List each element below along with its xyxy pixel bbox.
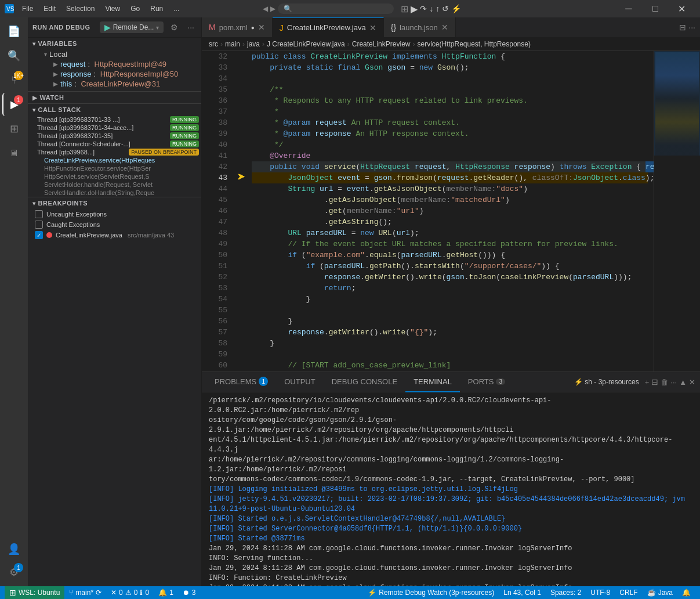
tab-close-icon[interactable]: ✕ — [369, 23, 376, 33]
thread-3[interactable]: Thread [qtp399683701-35] RUNNING — [28, 132, 201, 140]
debug-step-into[interactable]: ↓ — [429, 4, 433, 13]
split-terminal-icon[interactable]: ⊟ — [651, 377, 658, 387]
tab-terminal[interactable]: TERMINAL — [405, 372, 460, 392]
tab-ports[interactable]: PORTS 3 — [460, 372, 513, 392]
notification-status[interactable]: 🔔 1 — [154, 586, 178, 599]
caught-exceptions-item[interactable]: Caught Exceptions — [28, 219, 201, 230]
settings-icon[interactable]: ⚙ 1 — [2, 561, 26, 584]
remote-status[interactable]: ⊞ WSL: Ubuntu — [5, 586, 64, 599]
breakpoints-status[interactable]: ⏺ 3 — [178, 586, 201, 599]
language-status[interactable]: ☕ Java — [643, 586, 677, 599]
menu-more[interactable]: ... — [169, 3, 184, 14]
menu-file[interactable]: File — [17, 3, 38, 14]
var-response[interactable]: ▶ response : HttpResponseImpl@50 — [28, 69, 201, 79]
run-config-selector[interactable]: ▶ Remote De... ▾ — [100, 21, 164, 33]
thread-paused[interactable]: Thread [qtp39968...] PAUSED ON BREAKPOIN… — [28, 148, 201, 156]
explorer-icon[interactable]: 📄 — [2, 20, 26, 43]
line-ending-status[interactable]: CRLF — [615, 586, 642, 599]
feedback-status[interactable]: 🔔 — [677, 586, 695, 599]
menu-go[interactable]: Go — [126, 3, 144, 14]
uncaught-exceptions-item[interactable]: Uncaught Exceptions — [28, 209, 201, 219]
more-actions-icon[interactable]: ··· — [688, 23, 695, 32]
tab-problems[interactable]: PROBLEMS 1 — [206, 372, 276, 392]
tab-debug-console[interactable]: DEBUG CONSOLE — [324, 372, 405, 392]
arrow-icon: ▶ — [53, 61, 58, 67]
menu-edit[interactable]: Edit — [39, 3, 60, 14]
local-group[interactable]: ▾ Local — [28, 49, 201, 59]
bc-src[interactable]: src — [209, 40, 218, 48]
tab-launch[interactable]: {} launch.json ✕ — [384, 17, 456, 38]
code-lines[interactable]: public class CreateLinkPreview implement… — [246, 51, 654, 371]
branch-status[interactable]: ⑂ main* ⟳ — [64, 586, 106, 599]
bc-file[interactable]: J CreateLinkPreview.java — [267, 40, 345, 48]
menu-run[interactable]: Run — [146, 3, 168, 14]
encoding-status[interactable]: UTF-8 — [586, 586, 615, 599]
bc-main[interactable]: main — [225, 40, 240, 48]
gutter-53 — [237, 283, 246, 294]
menu-selection[interactable]: Selection — [61, 3, 99, 14]
frame-3[interactable]: HttpServlet.service(ServletRequest,S — [28, 172, 201, 181]
tab-output[interactable]: OUTPUT — [276, 372, 323, 392]
minimize-button[interactable]: ─ — [615, 0, 642, 17]
search-icon[interactable]: 🔍 — [2, 44, 26, 67]
debug-step-out[interactable]: ↑ — [436, 4, 440, 13]
file-breakpoint-item[interactable]: ✓ CreateLinkPreview.java src/main/java 4… — [28, 230, 201, 240]
add-terminal-icon[interactable]: + — [645, 378, 650, 387]
terminal-content[interactable]: /pierrick/.m2/repository/io/cloudevents/… — [202, 392, 700, 586]
gutter-36 — [237, 95, 246, 106]
tab-close-icon[interactable]: ✕ — [258, 23, 265, 32]
code-editor[interactable]: 32 33 34 35 36 37 38 39 40 41 42 43 44 4… — [202, 51, 654, 371]
debug-restart[interactable]: ↺ — [442, 4, 449, 13]
frame-5[interactable]: ServletHandler.doHandle(String,Reque — [28, 189, 201, 197]
errors-status[interactable]: ✕ 0 ⚠ 0 ℹ 0 — [106, 586, 154, 599]
position-status[interactable]: Ln 43, Col 1 — [499, 586, 546, 599]
close-button[interactable]: ✕ — [669, 0, 695, 17]
close-panel-icon[interactable]: ✕ — [689, 378, 695, 387]
watch-section-header[interactable]: ▶ WATCH — [28, 91, 201, 103]
thread-2[interactable]: Thread [qtp399683701-34-acce...] RUNNING — [28, 124, 201, 132]
debug-toolbar: ◀ ▶ 🔍 ⊞ ▶ ↷ ↓ ↑ ↺ ⚡ — [263, 3, 461, 15]
menu-view[interactable]: View — [100, 3, 125, 14]
frame-2[interactable]: HttpFunctionExecutor.service(HttpSer — [28, 164, 201, 172]
accounts-icon[interactable]: 👤 — [2, 537, 26, 561]
var-request[interactable]: ▶ request : HttpRequestImpl@49 — [28, 59, 201, 69]
bc-class[interactable]: CreateLinkPreview — [352, 40, 411, 48]
more-options-icon[interactable]: ··· — [185, 21, 197, 33]
file-breakpoint-checkbox[interactable]: ✓ — [35, 231, 43, 239]
debug-continue[interactable]: ▶ — [411, 3, 418, 15]
tab-close-icon[interactable]: ✕ — [441, 23, 448, 32]
watch-status[interactable]: ⚡ Remote Debug Watch (3p-resources) — [363, 586, 499, 599]
maximize-panel-icon[interactable]: ▲ — [679, 378, 687, 387]
frame-1[interactable]: CreateLinkPreview.service(HttpReques — [28, 156, 201, 164]
thread-1[interactable]: Thread [qtp399683701-33 ...] RUNNING — [28, 116, 201, 124]
variables-section-header[interactable]: ▾ VARIABLES — [28, 38, 201, 49]
debug-step-over[interactable]: ↷ — [420, 4, 427, 13]
layout-icon[interactable]: ⊞ — [401, 3, 408, 15]
more-terminal-icon[interactable]: ··· — [670, 378, 677, 387]
kill-terminal-icon[interactable]: 🗑 — [661, 378, 668, 387]
callstack-section-header[interactable]: ▾ CALL STACK — [28, 103, 201, 116]
debug-stop[interactable]: ⚡ — [451, 4, 461, 13]
source-control-icon[interactable]: ⑂ 1K+ — [2, 68, 26, 92]
position-label: Ln 43, Col 1 — [503, 589, 541, 597]
var-this[interactable]: ▶ this : CreateLinkPreview@31 — [28, 79, 201, 89]
uncaught-checkbox[interactable] — [35, 210, 43, 218]
frame-4[interactable]: ServletHolder.handle(Request, Servlet — [28, 181, 201, 189]
search-bar[interactable]: 🔍 — [278, 3, 394, 14]
nav-forward[interactable]: ▶ — [270, 5, 275, 13]
tab-createlink[interactable]: J CreateLinkPreview.java ✕ — [273, 17, 384, 38]
split-editor-icon[interactable]: ⊟ — [679, 23, 686, 32]
bc-method[interactable]: service(HttpRequest, HttpResponse) — [417, 40, 530, 48]
extensions-icon[interactable]: ⊞ — [2, 117, 26, 140]
run-debug-icon[interactable]: ▶ 1 — [2, 93, 26, 116]
bc-java[interactable]: java — [247, 40, 260, 48]
settings-gear-icon[interactable]: ⚙ — [168, 21, 180, 33]
remote-explorer-icon[interactable]: 🖥 — [2, 142, 26, 165]
tab-pom[interactable]: M pom.xml ● ✕ — [202, 17, 273, 38]
maximize-button[interactable]: □ — [642, 0, 669, 17]
nav-back[interactable]: ◀ — [263, 5, 268, 13]
thread-connector[interactable]: Thread [Connector-Scheduler-...] RUNNING — [28, 140, 201, 148]
breakpoints-section-header[interactable]: ▾ BREAKPOINTS — [28, 197, 201, 209]
caught-checkbox[interactable] — [35, 221, 43, 229]
spaces-status[interactable]: Spaces: 2 — [546, 586, 586, 599]
